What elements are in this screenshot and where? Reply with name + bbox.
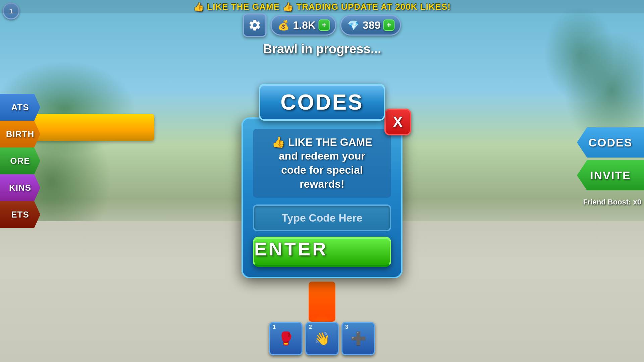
modal-message: 👍 LIKE THE GAMEand redeem yourcode for s… xyxy=(253,129,391,198)
codes-modal-overlay: CODES X 👍 LIKE THE GAMEand redeem yourco… xyxy=(0,0,644,362)
modal-message-text: 👍 LIKE THE GAMEand redeem yourcode for s… xyxy=(260,135,384,191)
codes-title[interactable]: CODES xyxy=(259,84,385,121)
codes-modal: X 👍 LIKE THE GAMEand redeem yourcode for… xyxy=(241,117,402,278)
thumbs-up-emoji: 👍 xyxy=(272,136,285,148)
code-input-placeholder: Type Code Here xyxy=(281,212,362,224)
close-button[interactable]: X xyxy=(384,109,411,135)
code-input-field[interactable]: Type Code Here xyxy=(253,204,391,231)
modal-like-text: LIKE THE GAMEand redeem yourcode for spe… xyxy=(279,136,372,190)
enter-button[interactable]: ENTER xyxy=(253,237,391,267)
